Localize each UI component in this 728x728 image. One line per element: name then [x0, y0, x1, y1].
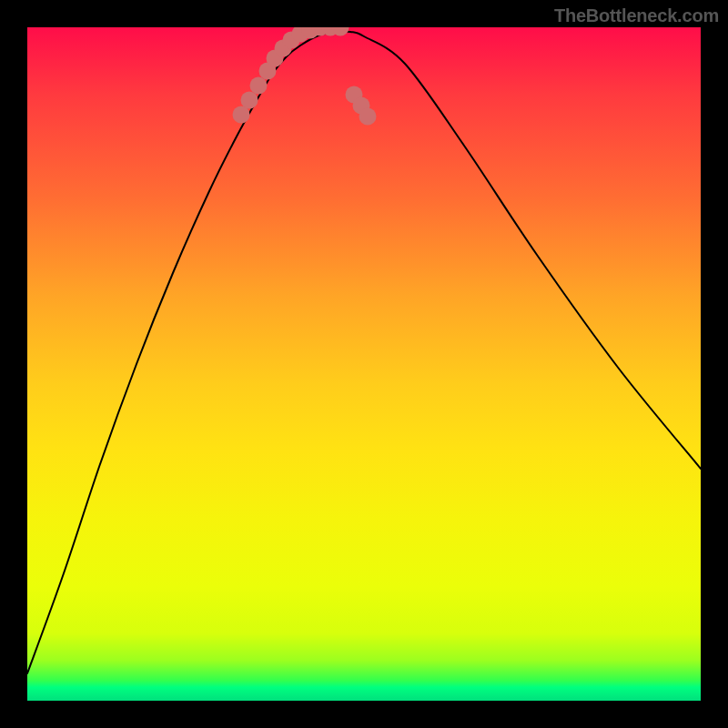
curve-marker: [292, 27, 309, 43]
curve-marker: [322, 27, 339, 36]
curve-marker: [353, 97, 370, 115]
curve-path: [27, 31, 701, 673]
curve-marker: [275, 40, 292, 57]
chart-container: TheBottleneck.com: [0, 0, 728, 728]
curve-marker: [312, 27, 329, 36]
bottleneck-curve: [27, 31, 701, 673]
curve-marker: [302, 27, 319, 39]
chart-svg: [27, 27, 701, 701]
watermark-label: TheBottleneck.com: [554, 5, 719, 26]
curve-marker: [332, 27, 349, 36]
curve-markers: [233, 27, 377, 126]
curve-marker: [283, 32, 300, 49]
plot-area: [27, 27, 701, 701]
curve-marker: [259, 63, 277, 80]
curve-marker: [359, 108, 377, 126]
curve-marker: [346, 86, 363, 104]
curve-marker: [241, 92, 258, 109]
curve-marker: [250, 77, 268, 95]
curve-marker: [267, 50, 284, 67]
curve-marker: [233, 106, 250, 124]
